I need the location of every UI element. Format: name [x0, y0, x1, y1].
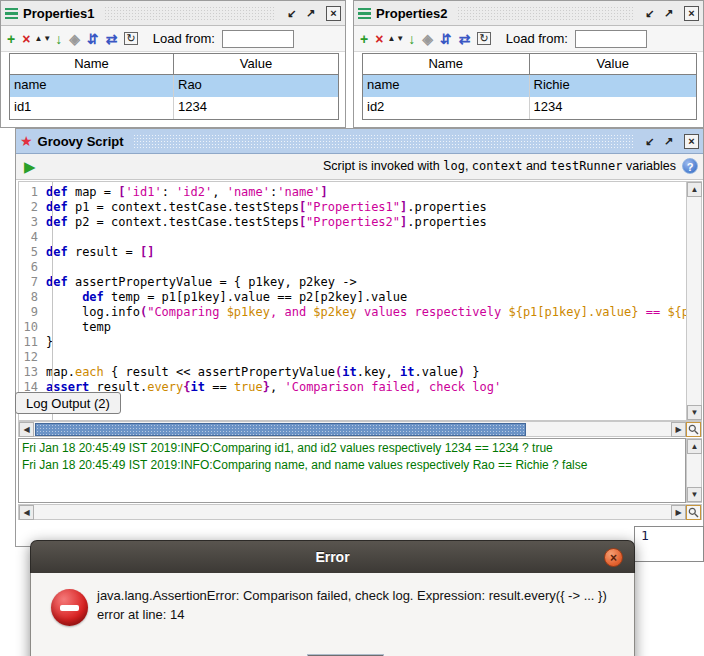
add-icon[interactable]: + — [360, 32, 368, 46]
move-down-icon[interactable]: ▼ — [43, 35, 51, 43]
code-line[interactable]: def map = ['id1': 'id2', 'name':'name'] — [46, 185, 328, 199]
save-values-icon[interactable]: ⇄ — [106, 32, 118, 46]
add-icon[interactable]: + — [7, 32, 15, 46]
maximize-icon[interactable]: ↗ — [661, 6, 676, 21]
clear-icon[interactable]: ◈ — [69, 32, 80, 46]
line-number: 1 — [19, 185, 46, 200]
move-up-icon[interactable]: ▲ — [34, 35, 42, 43]
table-header[interactable]: Name Value — [10, 54, 338, 75]
table-row[interactable]: nameRichie — [363, 75, 696, 97]
close-icon[interactable]: × — [684, 6, 699, 21]
maximize-icon[interactable]: ↗ — [661, 134, 676, 149]
panel-title: Groovy Script — [38, 134, 124, 149]
magnifier-icon[interactable] — [686, 505, 701, 520]
down-arrow-icon[interactable]: ↓ — [55, 32, 62, 46]
error-message: java.lang.AssertionError: Comparison fai… — [97, 586, 607, 624]
minimize-icon[interactable]: ↙ — [642, 6, 657, 21]
load-from-label: Load from: — [506, 31, 568, 46]
move-up-icon[interactable]: ▲ — [387, 35, 395, 43]
help-icon[interactable]: ? — [682, 158, 698, 174]
properties1-table: Name Value nameRaoid11234 — [9, 53, 339, 120]
clear-icon[interactable]: ◈ — [422, 32, 433, 46]
save-values-icon[interactable]: ⇄ — [459, 32, 471, 46]
close-icon[interactable]: × — [326, 6, 341, 21]
scroll-right-icon[interactable]: ▶ — [671, 505, 686, 520]
error-message-line2: error at line: 14 — [97, 605, 607, 624]
code-line[interactable]: temp — [46, 320, 111, 334]
properties2-titlebar[interactable]: Properties2 ↙ ↗ × — [354, 1, 703, 26]
properties1-titlebar[interactable]: Properties1 ↙ ↗ × — [1, 1, 345, 26]
log-line: Fri Jan 18 20:45:49 IST 2019:INFO:Compar… — [22, 457, 682, 474]
column-header-value[interactable]: Value — [174, 54, 338, 74]
scroll-up-icon[interactable]: ▲ — [687, 439, 702, 454]
properties2-table: Name Value nameRichieid21234 — [362, 53, 697, 120]
line-number: 13 — [19, 365, 46, 380]
groovy-script-window: ★ Groovy Script ↙ ↗ × ▶ Script is invoke… — [15, 128, 704, 547]
run-script-icon[interactable]: ▶ — [24, 158, 36, 175]
table-cell: Richie — [530, 75, 697, 97]
code-line[interactable]: def p2 = context.testCase.testSteps["Pro… — [46, 215, 487, 229]
code-line[interactable]: def temp = p1[p1key].value == p2[p2key].… — [46, 290, 407, 304]
minimize-icon[interactable]: ↙ — [642, 134, 657, 149]
star-icon: ★ — [20, 134, 33, 148]
down-arrow-icon[interactable]: ↓ — [408, 32, 415, 46]
scrollbar-thumb[interactable] — [35, 423, 526, 436]
load-values-icon[interactable]: ⇵ — [87, 32, 99, 46]
table-row[interactable]: nameRao — [10, 75, 338, 97]
code-line[interactable]: def result = [] — [46, 245, 154, 259]
refresh-icon[interactable]: ↻ — [477, 32, 490, 45]
properties-icon — [5, 8, 18, 19]
code-line[interactable]: log.info("Comparing $p1key, and $p2key v… — [46, 305, 686, 319]
table-header[interactable]: Name Value — [363, 54, 696, 75]
close-icon[interactable]: × — [604, 548, 623, 567]
script-hint-text: Script is invoked with log, context and … — [323, 159, 676, 173]
load-from-input[interactable] — [575, 30, 647, 48]
properties1-panel: Properties1 ↙ ↗ × +×▲▼↓◈⇵⇄↻ Load from: N… — [0, 0, 346, 128]
scroll-down-icon[interactable]: ▼ — [687, 487, 702, 502]
load-from-input[interactable] — [222, 30, 294, 48]
table-cell: name — [363, 75, 530, 97]
scroll-down-icon[interactable]: ▼ — [687, 405, 702, 420]
scroll-right-icon[interactable]: ▶ — [671, 422, 686, 437]
scroll-up-icon[interactable]: ▲ — [687, 182, 702, 197]
error-dialog-titlebar[interactable]: Error × — [30, 540, 635, 573]
properties1-toolbar: +×▲▼↓◈⇵⇄↻ Load from: — [1, 26, 345, 52]
code-line[interactable]: def p1 = context.testCase.testSteps["Pro… — [46, 200, 487, 214]
column-header-name[interactable]: Name — [363, 54, 530, 74]
remove-icon[interactable]: × — [22, 32, 30, 46]
code-editor[interactable]: 1def map = ['id1': 'id2', 'name':'name']… — [18, 181, 686, 421]
table-cell: Rao — [174, 75, 338, 97]
line-number: 3 — [19, 215, 46, 230]
minimize-icon[interactable]: ↙ — [284, 6, 299, 21]
scroll-left-icon[interactable]: ◀ — [19, 422, 34, 437]
close-icon[interactable]: × — [684, 134, 699, 149]
editor-horizontal-scrollbar[interactable]: ◀ ▶ — [18, 421, 702, 437]
magnifier-icon[interactable] — [686, 422, 701, 437]
error-icon — [51, 589, 88, 626]
line-number: 12 — [19, 350, 46, 365]
load-from-label: Load from: — [153, 31, 215, 46]
table-cell: id2 — [363, 97, 530, 119]
log-vertical-scrollbar[interactable]: ▲ ▼ — [686, 438, 702, 503]
properties-icon — [358, 8, 371, 19]
groovy-titlebar[interactable]: ★ Groovy Script ↙ ↗ × — [16, 129, 703, 154]
scroll-left-icon[interactable]: ◀ — [19, 505, 34, 520]
remove-icon[interactable]: × — [375, 32, 383, 46]
code-line[interactable]: def assertPropertyValue = { p1key, p2key… — [46, 275, 357, 289]
log-output-area[interactable]: Fri Jan 18 20:45:49 IST 2019:INFO:Compar… — [18, 438, 686, 503]
log-horizontal-scrollbar[interactable]: ◀ ▶ — [18, 504, 702, 520]
dialog-title: Error — [315, 549, 349, 565]
move-down-icon[interactable]: ▼ — [396, 35, 404, 43]
code-line[interactable]: map.each { result << assertPropertyValue… — [46, 365, 480, 379]
load-values-icon[interactable]: ⇵ — [440, 32, 452, 46]
log-output-tab[interactable]: Log Output (2) — [15, 392, 121, 414]
panel-title: Properties1 — [23, 6, 95, 21]
column-header-value[interactable]: Value — [530, 54, 697, 74]
table-row[interactable]: id21234 — [363, 97, 696, 119]
column-header-name[interactable]: Name — [10, 54, 174, 74]
gutter-divider — [52, 182, 53, 420]
maximize-icon[interactable]: ↗ — [303, 6, 318, 21]
table-row[interactable]: id11234 — [10, 97, 338, 119]
refresh-icon[interactable]: ↻ — [124, 32, 137, 45]
editor-vertical-scrollbar[interactable]: ▲ ▼ — [686, 181, 702, 421]
